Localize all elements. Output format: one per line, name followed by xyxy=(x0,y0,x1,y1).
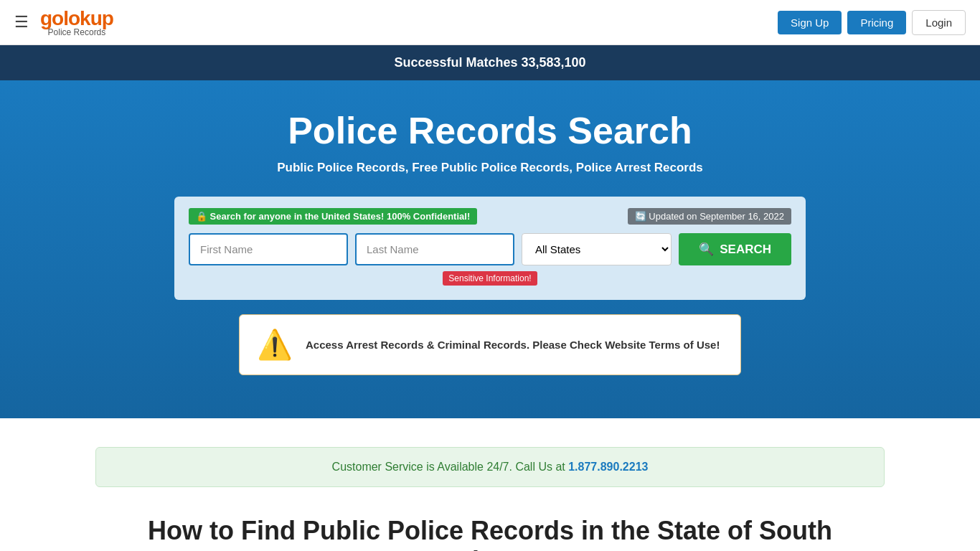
customer-service-bar: Customer Service is Available 24/7. Call… xyxy=(95,447,885,487)
search-button[interactable]: 🔍 SEARCH xyxy=(679,233,791,265)
state-select[interactable]: All StatesAlabamaAlaskaArizonaArkansasCa… xyxy=(522,233,672,265)
login-button[interactable]: Login xyxy=(912,10,966,35)
header-left: ☰ golokup Police Records xyxy=(14,7,113,37)
customer-service-text: Customer Service is Available 24/7. Call… xyxy=(332,461,569,473)
logo-prefix: go xyxy=(40,7,63,29)
warning-text: Access Arrest Records & Criminal Records… xyxy=(306,339,720,351)
warning-icon: ⚠️ xyxy=(257,328,293,362)
header-nav: Sign Up Pricing Login xyxy=(778,10,966,35)
search-top-bar: 🔒 Search for anyone in the United States… xyxy=(189,208,791,225)
search-button-label: SEARCH xyxy=(720,242,771,257)
content-heading: How to Find Public Police Records in the… xyxy=(124,516,856,551)
matches-bar: Successful Matches 33,583,100 xyxy=(0,45,980,80)
content-section: How to Find Public Police Records in the… xyxy=(95,516,885,551)
search-icon: 🔍 xyxy=(699,242,714,257)
matches-text: Successful Matches 33,583,100 xyxy=(394,55,585,70)
first-name-input[interactable] xyxy=(189,233,348,265)
customer-service-phone[interactable]: 1.877.890.2213 xyxy=(568,461,648,473)
hero-title: Police Records Search xyxy=(14,109,966,152)
hamburger-icon[interactable]: ☰ xyxy=(14,13,29,32)
logo[interactable]: golokup Police Records xyxy=(40,7,113,37)
confidential-badge: 🔒 Search for anyone in the United States… xyxy=(189,208,477,225)
logo-suffix: okup xyxy=(68,7,113,29)
hero-subtitle: Public Police Records, Free Public Polic… xyxy=(14,161,966,175)
pricing-button[interactable]: Pricing xyxy=(847,11,906,34)
logo-subtitle: Police Records xyxy=(48,27,106,37)
updated-badge: 🔄 Updated on September 16, 2022 xyxy=(628,208,791,225)
signup-button[interactable]: Sign Up xyxy=(778,11,842,34)
search-container: 🔒 Search for anyone in the United States… xyxy=(174,197,806,300)
hero-section: Police Records Search Public Police Reco… xyxy=(0,80,980,418)
site-header: ☰ golokup Police Records Sign Up Pricing… xyxy=(0,0,980,45)
logo-highlight: l xyxy=(63,7,68,29)
last-name-input[interactable] xyxy=(355,233,514,265)
sensitive-badge: Sensitive Information! xyxy=(443,271,537,286)
search-fields: All StatesAlabamaAlaskaArizonaArkansasCa… xyxy=(189,233,791,265)
warning-box: ⚠️ Access Arrest Records & Criminal Reco… xyxy=(239,314,741,375)
